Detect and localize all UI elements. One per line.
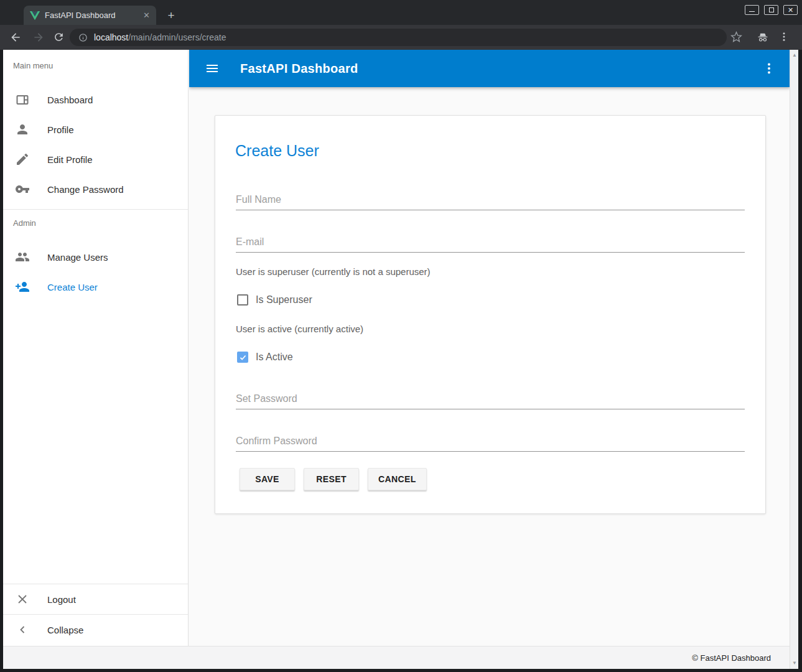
sidebar-item-label: Change Password	[47, 184, 124, 195]
sidebar-item-label: Collapse	[47, 625, 83, 635]
sidebar-section-admin: Admin	[3, 215, 188, 232]
address-bar[interactable]: localhost/main/admin/users/create	[70, 29, 727, 46]
superuser-note: User is superuser (currently is not a su…	[236, 266, 431, 277]
window-controls: ✕	[745, 5, 798, 15]
dashboard-icon	[15, 92, 30, 107]
is-active-checkbox-row[interactable]: Is Active	[237, 352, 293, 363]
tab-title: FastAPI Dashboard	[45, 11, 138, 20]
full-name-input[interactable]	[236, 189, 745, 210]
chevron-left-icon	[15, 622, 30, 637]
sidebar-item-label: Manage Users	[47, 252, 108, 263]
kebab-menu-icon[interactable]	[778, 31, 790, 42]
set-password-input[interactable]	[236, 388, 745, 409]
url-text: localhost/main/admin/users/create	[94, 32, 226, 42]
page-content: Main menu Dashboard Profile	[3, 50, 798, 669]
copyright-text: © FastAPI Dashboard	[692, 653, 771, 663]
sidebar: Main menu Dashboard Profile	[3, 50, 189, 646]
sidebar-item-create-user[interactable]: Create User	[3, 272, 188, 302]
sidebar-item-edit-profile[interactable]: Edit Profile	[3, 144, 188, 174]
minimize-button[interactable]	[745, 5, 759, 15]
sidebar-section-main-menu: Main menu	[3, 57, 188, 75]
vue-logo-icon	[30, 11, 40, 20]
sidebar-item-label: Logout	[47, 594, 76, 605]
vertical-scrollbar[interactable]: ▲ ▼	[790, 50, 798, 669]
main-area: FastAPI Dashboard Create User User is su…	[189, 50, 790, 646]
person-icon	[15, 122, 30, 137]
create-user-card: Create User User is superuser (currently…	[215, 115, 766, 514]
tab-close-icon[interactable]: ✕	[143, 11, 150, 19]
sidebar-item-logout[interactable]: Logout	[3, 584, 188, 614]
is-active-checkbox[interactable]	[237, 352, 248, 363]
browser-tab[interactable]: FastAPI Dashboard ✕	[24, 6, 156, 25]
browser-toolbar: localhost/main/admin/users/create	[0, 25, 802, 50]
is-superuser-checkbox[interactable]	[237, 294, 248, 306]
star-icon[interactable]	[730, 31, 742, 43]
url-path: /main/admin/users/create	[128, 32, 226, 42]
sidebar-item-dashboard[interactable]: Dashboard	[3, 85, 188, 114]
confirm-password-input[interactable]	[236, 431, 745, 452]
save-button[interactable]: SAVE	[240, 468, 295, 490]
active-note: User is active (currently active)	[236, 324, 363, 334]
is-superuser-checkbox-row[interactable]: Is Superuser	[237, 294, 312, 306]
person-add-icon	[15, 279, 30, 294]
app-bar-title: FastAPI Dashboard	[240, 62, 358, 76]
sidebar-divider	[3, 209, 188, 210]
sidebar-item-label: Create User	[47, 282, 98, 292]
forward-icon[interactable]	[32, 31, 45, 44]
sidebar-item-label: Edit Profile	[47, 154, 93, 165]
reload-icon[interactable]	[53, 31, 65, 44]
sidebar-item-label: Dashboard	[47, 95, 93, 105]
page-title: Create User	[235, 142, 319, 160]
maximize-button[interactable]	[764, 5, 778, 15]
new-tab-button[interactable]: +	[164, 8, 179, 23]
incognito-icon	[756, 31, 770, 44]
group-icon	[15, 250, 30, 264]
hamburger-menu-icon[interactable]	[205, 61, 220, 76]
checkbox-label: Is Active	[256, 352, 293, 363]
back-icon[interactable]	[9, 31, 22, 44]
sidebar-item-change-password[interactable]: Change Password	[3, 174, 188, 204]
key-icon	[15, 182, 30, 197]
browser-titlebar: FastAPI Dashboard ✕ + ✕	[0, 0, 802, 25]
scrollbar-down-arrow[interactable]: ▼	[790, 659, 799, 668]
email-input[interactable]	[236, 231, 745, 253]
url-host: localhost	[94, 32, 128, 42]
reset-button[interactable]: RESET	[304, 468, 359, 490]
sidebar-item-label: Profile	[47, 124, 74, 135]
cancel-button[interactable]: CANCEL	[368, 468, 427, 490]
kebab-menu-icon[interactable]	[762, 61, 776, 76]
sidebar-item-profile[interactable]: Profile	[3, 114, 188, 144]
sidebar-item-manage-users[interactable]: Manage Users	[3, 242, 188, 272]
close-icon	[15, 592, 30, 607]
scrollbar-up-arrow[interactable]: ▲	[790, 51, 799, 60]
pencil-icon	[15, 152, 30, 167]
page-footer: © FastAPI Dashboard	[3, 646, 790, 669]
app-bar: FastAPI Dashboard	[189, 50, 790, 87]
sidebar-item-collapse[interactable]: Collapse	[3, 615, 188, 645]
close-window-button[interactable]: ✕	[783, 5, 798, 15]
info-icon[interactable]	[78, 33, 88, 42]
checkbox-label: Is Superuser	[256, 294, 312, 306]
